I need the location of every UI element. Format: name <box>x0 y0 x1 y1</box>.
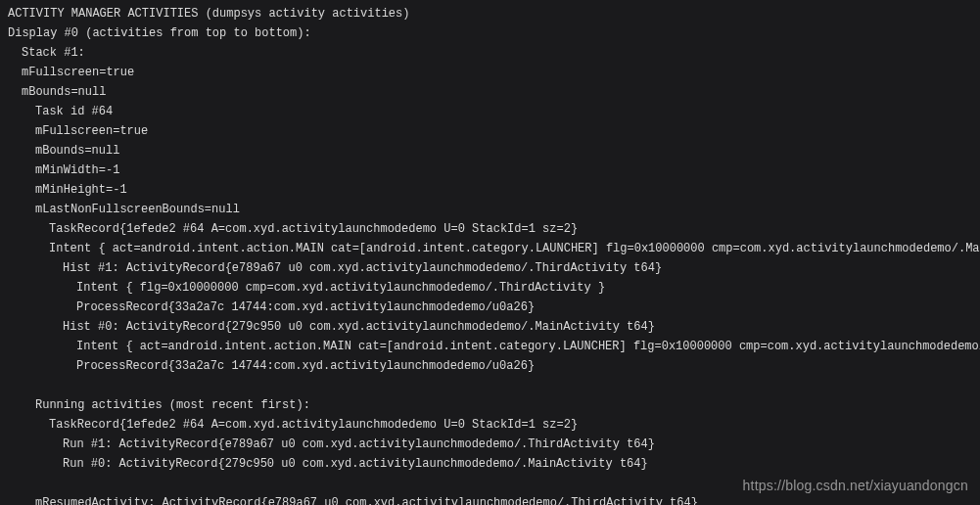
terminal-line: Intent { act=android.intent.action.MAIN … <box>8 239 972 258</box>
terminal-line: mFullscreen=true <box>8 63 972 82</box>
terminal-line: Task id #64 <box>8 102 972 121</box>
terminal-line: mLastNonFullscreenBounds=null <box>8 200 972 219</box>
terminal-line: Hist #1: ActivityRecord{e789a67 u0 com.x… <box>8 258 972 278</box>
terminal-line: mBounds=null <box>8 82 972 102</box>
terminal-line: mMinWidth=-1 <box>8 161 972 180</box>
terminal-line: Display #0 (activities from top to botto… <box>8 23 972 43</box>
terminal-line: ACTIVITY MANAGER ACTIVITIES (dumpsys act… <box>8 4 972 23</box>
terminal-line: Run #1: ActivityRecord{e789a67 u0 com.xy… <box>8 435 972 454</box>
terminal-line: Stack #1: <box>8 43 972 63</box>
terminal-line: mMinHeight=-1 <box>8 180 972 200</box>
terminal-line: Running activities (most recent first): <box>8 395 972 415</box>
terminal-line: ProcessRecord{33a2a7c 14744:com.xyd.acti… <box>8 298 972 317</box>
terminal-output: ACTIVITY MANAGER ACTIVITIES (dumpsys act… <box>0 0 980 505</box>
terminal-line: Intent { act=android.intent.action.MAIN … <box>8 337 972 356</box>
watermark-text: https://blog.csdn.net/xiayuandongcn <box>743 476 968 495</box>
terminal-line <box>8 376 972 395</box>
terminal-line: mBounds=null <box>8 141 972 161</box>
terminal-line: Run #0: ActivityRecord{279c950 u0 com.xy… <box>8 454 972 474</box>
terminal-line: mFullscreen=true <box>8 121 972 141</box>
terminal-line: Hist #0: ActivityRecord{279c950 u0 com.x… <box>8 317 972 337</box>
terminal-line: TaskRecord{1efede2 #64 A=com.xyd.activit… <box>8 415 972 435</box>
terminal-line: TaskRecord{1efede2 #64 A=com.xyd.activit… <box>8 219 972 239</box>
terminal-line: ProcessRecord{33a2a7c 14744:com.xyd.acti… <box>8 356 972 376</box>
terminal-line: Intent { flg=0x10000000 cmp=com.xyd.acti… <box>8 278 972 298</box>
